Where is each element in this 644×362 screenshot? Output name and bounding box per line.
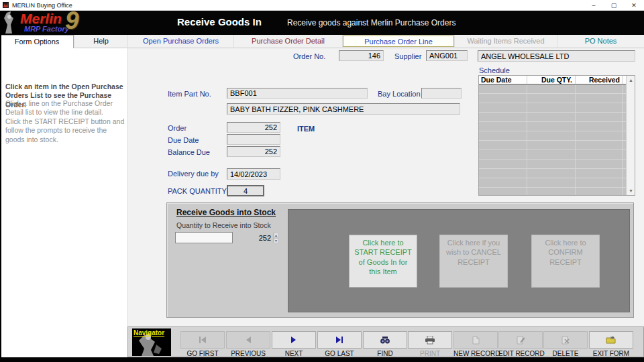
schedule-row[interactable] — [479, 84, 626, 94]
maximize-button[interactable]: ▢ — [604, 0, 624, 11]
scroll-down-icon[interactable]: ▼ — [627, 186, 635, 195]
schedule-col-due-qty: Due QTY. — [527, 76, 576, 84]
schedule-cell — [479, 113, 527, 121]
schedule-cell — [576, 169, 623, 178]
app-icon — [3, 2, 9, 8]
stepper-down-icon[interactable]: ▼ — [274, 238, 278, 243]
exit-form-label: EXIT FORM — [589, 350, 633, 357]
item-part-no-field[interactable] — [227, 88, 368, 99]
navigator-label: Navigator — [133, 329, 164, 337]
due-date-label: Due Date — [168, 136, 199, 144]
balance-due-field[interactable] — [227, 146, 280, 157]
logo-version-number: 9 — [65, 7, 79, 35]
edit-record-label: EDIT RECORD — [498, 350, 543, 357]
tab-bar: Form Options Help Open Purchase Orders P… — [0, 35, 644, 48]
find-button[interactable]: FIND — [363, 331, 407, 357]
quantity-to-receive-field[interactable] — [176, 233, 273, 243]
stepper-up-icon[interactable]: ▲ — [274, 233, 278, 238]
schedule-row[interactable] — [479, 94, 626, 103]
schedule-cell — [479, 160, 527, 168]
start-receipt-button[interactable]: Click here to START RECEIPT of Goods In … — [349, 235, 417, 288]
tab-waiting-items-received[interactable]: Waiting Items Received — [454, 35, 557, 48]
minimize-button[interactable]: – — [584, 0, 604, 11]
bay-location-label: Bay Location — [378, 90, 421, 98]
previous-button[interactable]: PREVIOUS — [226, 331, 270, 357]
app-window: MERLIN Buying Office – ▢ ✕ Merlin MRP Fa… — [0, 0, 644, 362]
schedule-cell — [576, 160, 623, 168]
cancel-receipt-button[interactable]: Click here if you wish to CANCEL RECEIPT — [439, 235, 508, 288]
wizard-logo-image — [1, 11, 20, 34]
schedule-cell — [527, 113, 576, 121]
bay-location-field[interactable] — [421, 88, 462, 99]
order-qty-field[interactable] — [227, 122, 280, 133]
delivery-date-field[interactable] — [227, 168, 280, 180]
schedule-cell — [576, 122, 623, 131]
tab-purchase-order-line-item[interactable]: Purchase Order Line Item — [342, 35, 454, 48]
due-date-field[interactable] — [227, 134, 280, 145]
find-icon — [363, 331, 407, 349]
delete-button[interactable]: DELETE — [543, 331, 588, 357]
schedule-header-row: Due Date Due QTY. Received — [479, 76, 635, 84]
confirm-receipt-button[interactable]: Click here to CONFIRM RECEIPT — [531, 235, 600, 288]
scroll-up-icon[interactable]: ▲ — [627, 76, 635, 84]
schedule-cell — [527, 84, 576, 93]
schedule-row[interactable] — [479, 122, 626, 131]
title-bar: MERLIN Buying Office – ▢ ✕ — [0, 0, 644, 11]
next-button[interactable]: NEXT — [272, 331, 316, 357]
tab-open-purchase-orders[interactable]: Open Purchase Orders — [127, 35, 233, 48]
schedule-cell — [527, 94, 576, 103]
close-button[interactable]: ✕ — [624, 0, 644, 11]
balance-due-label: Balance Due — [168, 148, 210, 156]
tab-purchase-order-line-item-label: Purchase Order Line Item — [343, 36, 454, 47]
exit-form-button[interactable]: EXIT FORM — [589, 331, 633, 357]
receive-goods-title: Receive Goods into Stock — [176, 208, 276, 217]
order-no-label: Order No. — [293, 52, 325, 60]
go-first-button[interactable]: GO FIRST — [180, 331, 225, 357]
schedule-row[interactable] — [479, 178, 626, 188]
schedule-row[interactable] — [479, 113, 626, 122]
go-first-icon — [180, 331, 225, 349]
schedule-scrollbar[interactable]: ▲ ▼ — [626, 76, 635, 195]
tab-form-options[interactable]: Form Options — [0, 35, 74, 48]
schedule-cell — [479, 141, 527, 149]
go-last-button[interactable]: GO LAST — [317, 331, 362, 357]
previous-label: PREVIOUS — [226, 350, 270, 357]
find-label: FIND — [363, 350, 407, 357]
schedule-row[interactable] — [479, 141, 626, 150]
schedule-row[interactable] — [479, 169, 626, 178]
schedule-table: Due Date Due QTY. Received ▲ ▼ — [478, 75, 635, 196]
new-record-button[interactable]: NEW RECORD — [453, 331, 498, 357]
schedule-cell — [527, 169, 576, 178]
pack-quantity-field[interactable] — [227, 185, 264, 196]
schedule-cell — [576, 178, 623, 187]
schedule-row[interactable] — [479, 103, 626, 113]
go-last-label: GO LAST — [317, 350, 362, 357]
next-icon — [272, 331, 316, 349]
supplier-code-field[interactable] — [426, 50, 468, 61]
next-label: NEXT — [272, 350, 316, 357]
tab-po-notes[interactable]: PO Notes — [557, 35, 644, 48]
schedule-cell — [479, 94, 527, 103]
schedule-cell — [527, 141, 576, 149]
receive-goods-panel: Receive Goods into Stock Quantity to Rec… — [166, 202, 634, 318]
order-no-field[interactable] — [339, 50, 384, 61]
schedule-row[interactable] — [479, 150, 626, 160]
supplier-name-field[interactable] — [478, 50, 635, 62]
print-button[interactable]: PRINT — [408, 331, 452, 357]
schedule-cell — [479, 84, 527, 93]
item-description-field[interactable] — [227, 103, 460, 115]
edit-record-button[interactable]: EDIT RECORD — [498, 331, 543, 357]
schedule-cell — [576, 94, 623, 103]
quantity-stepper: ▲ ▼ — [175, 232, 233, 243]
schedule-cell — [527, 150, 576, 159]
schedule-row[interactable] — [479, 131, 626, 141]
supplier-label: Supplier — [394, 52, 421, 60]
schedule-row[interactable] — [479, 160, 626, 169]
tab-help[interactable]: Help — [74, 35, 127, 48]
schedule-row[interactable] — [479, 188, 626, 195]
go-last-icon — [317, 331, 362, 349]
instruction-paragraph-2: Click a line on the Purchase Order Detai… — [5, 99, 125, 117]
tab-purchase-order-detail[interactable]: Purchase Order Detail — [233, 35, 342, 48]
schedule-cell — [576, 150, 623, 159]
schedule-cell — [479, 178, 527, 187]
